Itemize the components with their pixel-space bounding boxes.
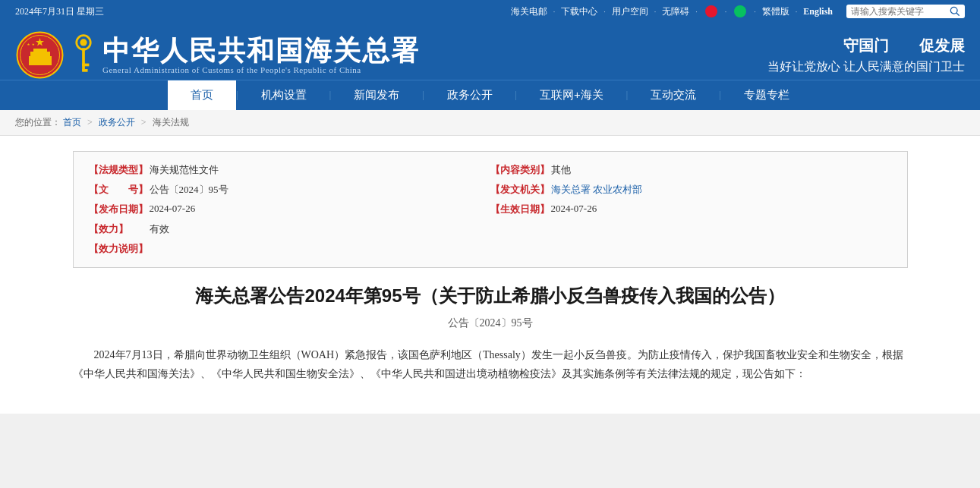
info-value-docno: 公告〔2024〕95号	[150, 183, 228, 197]
svg-rect-6	[33, 49, 47, 53]
sep6: ·	[754, 8, 756, 16]
weibo-icon[interactable]	[705, 5, 717, 17]
top-nav-accessibility[interactable]: 无障碍	[662, 5, 689, 18]
info-row-4: 【效力】 有效	[89, 222, 892, 236]
logo-text-block: 中华人民共和国海关总署 General Administration of Cu…	[102, 36, 420, 75]
sep4: ·	[695, 8, 698, 16]
slogan-guard: 守国门	[843, 36, 889, 56]
sep7: ·	[796, 8, 798, 16]
info-col-5-1: 【效力说明】	[89, 242, 892, 256]
top-nav-user[interactable]: 用户空间	[612, 5, 648, 18]
svg-rect-13	[82, 63, 89, 66]
nav-interaction[interactable]: 互动交流	[628, 80, 719, 110]
wechat-icon[interactable]	[734, 5, 746, 17]
info-value-category: 其他	[551, 163, 571, 177]
info-col-4-2	[490, 222, 892, 236]
info-label-effdate: 【生效日期】	[490, 203, 551, 216]
breadcrumb: 您的位置： 首页 > 政务公开 > 海关法规	[0, 110, 980, 136]
info-row-3: 【发布日期】 2024-07-26 【生效日期】 2024-07-26	[89, 203, 892, 216]
info-label-category: 【内容类别】	[490, 163, 551, 177]
main-nav: 首页 | 机构设置 | 新闻发布 | 政务公开 | 互联网+海关 | 互动交流 …	[0, 80, 980, 110]
svg-line-1	[956, 13, 959, 15]
breadcrumb-sep-1: >	[87, 117, 95, 128]
sep3: ·	[654, 8, 657, 16]
info-col-4-1: 【效力】 有效	[89, 222, 490, 236]
search-button[interactable]	[950, 6, 960, 17]
info-row-1: 【法规类型】 海关规范性文件 【内容类别】 其他	[89, 163, 892, 177]
article-body: 2024年7月13日，希腊向世界动物卫生组织（WOAH）紧急报告，该国色萨利地区…	[73, 345, 908, 383]
breadcrumb-affairs[interactable]: 政务公开	[99, 117, 135, 128]
search-box	[846, 5, 965, 18]
info-value-pubdate: 2024-07-26	[150, 203, 196, 215]
nav-news[interactable]: 新闻发布	[331, 80, 422, 110]
breadcrumb-current: 海关法规	[153, 117, 189, 128]
info-label-effectnote: 【效力说明】	[89, 242, 150, 256]
header: 中华人民共和国海关总署 General Administration of Cu…	[0, 23, 980, 80]
info-box: 【法规类型】 海关规范性文件 【内容类别】 其他 【文 号】 公告〔2024〕9…	[73, 151, 908, 268]
national-emblem	[15, 30, 65, 80]
content-wrapper: 您的位置： 首页 > 政务公开 > 海关法规 【法规类型】 海关规范性文件 【内…	[0, 110, 980, 414]
sep1: ·	[553, 8, 556, 16]
breadcrumb-sep-2: >	[141, 117, 149, 128]
customs-key-icon	[72, 33, 95, 78]
header-logo: 中华人民共和国海关总署 General Administration of Cu…	[15, 30, 420, 80]
top-nav-haiguan-email[interactable]: 海关电邮	[511, 5, 547, 18]
article-paragraph-1: 2024年7月13日，希腊向世界动物卫生组织（WOAH）紧急报告，该国色萨利地区…	[73, 345, 908, 383]
svg-rect-12	[82, 48, 85, 71]
top-nav-traditional[interactable]: 繁體版	[762, 5, 789, 18]
nav-special[interactable]: 专题专栏	[721, 80, 812, 110]
header-slogan: 守国门 促发展 当好让党放心 让人民满意的国门卫士	[767, 36, 965, 75]
info-row-2: 【文 号】 公告〔2024〕95号 【发文机关】 海关总署 农业农村部	[89, 183, 892, 197]
breadcrumb-home[interactable]: 首页	[63, 117, 81, 128]
info-col-2-2: 【发文机关】 海关总署 农业农村部	[490, 183, 892, 197]
sep2: ·	[603, 8, 606, 16]
info-label-type: 【法规类型】	[89, 163, 150, 177]
info-value-issuer[interactable]: 海关总署 农业农村部	[551, 183, 642, 197]
logo-title-english: General Administration of Customs of the…	[102, 65, 420, 74]
date-display: 2024年7月31日 星期三	[15, 5, 104, 18]
sep5: ·	[725, 8, 727, 16]
nav-affairs[interactable]: 政务公开	[424, 80, 515, 110]
top-bar: 2024年7月31日 星期三 海关电邮 · 下载中心 · 用户空间 · 无障碍 …	[0, 0, 980, 23]
slogan-bottom-line: 当好让党放心 让人民满意的国门卫士	[767, 59, 965, 75]
nav-home[interactable]: 首页	[168, 80, 236, 110]
logo-title-chinese: 中华人民共和国海关总署	[102, 36, 420, 66]
top-nav-download[interactable]: 下载中心	[561, 5, 597, 18]
nav-internet[interactable]: 互联网+海关	[517, 80, 626, 110]
info-label-pubdate: 【发布日期】	[89, 203, 150, 216]
info-row-5: 【效力说明】	[89, 242, 892, 256]
top-nav: 海关电邮 · 下载中心 · 用户空间 · 无障碍 · · · 繁體版 · Eng…	[511, 5, 965, 18]
info-value-type: 海关规范性文件	[150, 163, 219, 177]
info-label-effect: 【效力】	[89, 222, 150, 236]
info-col-3-2: 【生效日期】 2024-07-26	[490, 203, 892, 216]
info-value-effect: 有效	[150, 222, 169, 236]
info-label-docno: 【文 号】	[89, 183, 150, 197]
info-col-3-1: 【发布日期】 2024-07-26	[89, 203, 490, 216]
article-area: 【法规类型】 海关规范性文件 【内容类别】 其他 【文 号】 公告〔2024〕9…	[58, 136, 923, 398]
info-col-1-2: 【内容类别】 其他	[490, 163, 892, 177]
nav-institution[interactable]: 机构设置	[238, 80, 329, 110]
info-value-effdate: 2024-07-26	[551, 203, 597, 215]
svg-rect-14	[82, 69, 87, 72]
article-title: 海关总署公告2024年第95号（关于防止希腊小反刍兽疫传入我国的公告）	[73, 283, 908, 309]
info-label-issuer: 【发文机关】	[490, 183, 551, 197]
article-subtitle: 公告〔2024〕95号	[73, 316, 908, 330]
svg-point-11	[80, 39, 87, 46]
slogan-top-line: 守国门 促发展	[767, 36, 965, 56]
info-col-2-1: 【文 号】 公告〔2024〕95号	[89, 183, 490, 197]
slogan-develop: 促发展	[919, 36, 965, 56]
top-nav-english[interactable]: English	[803, 6, 833, 17]
breadcrumb-prefix: 您的位置：	[15, 117, 61, 128]
info-col-1-1: 【法规类型】 海关规范性文件	[89, 163, 490, 177]
search-input[interactable]	[851, 6, 950, 17]
